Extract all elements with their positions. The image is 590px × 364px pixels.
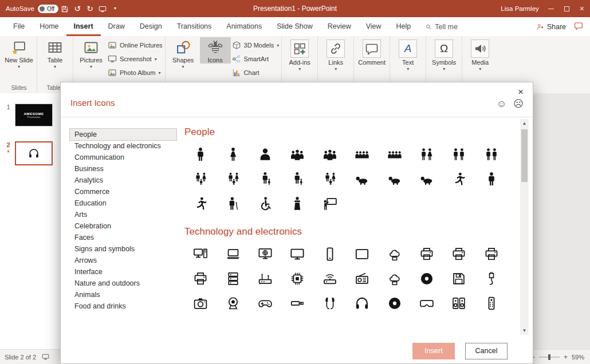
symbols-button[interactable]: Ω Symbols ▾ <box>428 37 459 71</box>
share-button[interactable]: Share <box>536 23 566 31</box>
photo-album-button[interactable]: Photo Album ▾ <box>108 68 163 77</box>
insert-button[interactable]: Insert <box>412 343 455 359</box>
slide-entry-1[interactable]: 1 AWESOME Presentation <box>0 104 60 126</box>
person-crouching-icon[interactable] <box>443 172 475 187</box>
family-icon[interactable] <box>217 172 249 187</box>
category-item[interactable]: Interface <box>70 266 176 278</box>
person-with-cane-icon[interactable] <box>217 196 249 211</box>
vinyl-record-icon[interactable] <box>378 296 410 311</box>
media-button[interactable]: Media ▾ <box>465 37 495 71</box>
headphones-icon[interactable] <box>346 296 378 311</box>
tablet-icon[interactable] <box>346 247 378 262</box>
add-ins-button[interactable]: Add-ins ▾ <box>284 37 315 71</box>
grandparents-icon[interactable] <box>314 172 346 187</box>
scroll-down-icon[interactable]: ▼ <box>522 328 527 333</box>
3d-models-button[interactable]: 3D Models ▾ <box>232 41 280 50</box>
smartphone-icon[interactable] <box>314 247 346 262</box>
pictures-button[interactable]: Pictures ▾ <box>76 37 107 69</box>
ribbon-tab[interactable]: Animations <box>219 17 269 36</box>
chart-button[interactable]: Chart <box>232 68 280 77</box>
category-item[interactable]: Signs and symbols <box>70 243 176 255</box>
category-item[interactable]: Celebration <box>70 220 176 232</box>
parent-baby-icon[interactable] <box>249 172 281 187</box>
screenshot-button[interactable]: Screenshot ▾ <box>108 54 163 64</box>
restore-button[interactable] <box>564 6 569 11</box>
window-close-button[interactable]: × <box>580 0 584 17</box>
remote-control-icon[interactable] <box>475 296 508 311</box>
smartart-button[interactable]: SmartArt <box>232 54 280 64</box>
speaker-podium-icon[interactable] <box>281 196 313 211</box>
scrollbar-thumb[interactable] <box>521 129 528 182</box>
zoom-slider[interactable] <box>539 357 560 358</box>
man-icon[interactable] <box>184 147 217 162</box>
customize-quick-access-button[interactable]: ▾ <box>109 0 121 17</box>
crowd-icon[interactable] <box>378 147 410 162</box>
parent-child-icon[interactable] <box>281 172 313 187</box>
category-item[interactable]: People <box>70 129 176 140</box>
category-item[interactable]: Arrows <box>70 255 176 266</box>
category-item[interactable]: Business <box>70 163 176 175</box>
audience-icon[interactable] <box>346 147 378 162</box>
new-slide-button[interactable]: New Slide ▾ <box>3 37 34 69</box>
group-icon[interactable] <box>281 147 313 162</box>
desktop-computer-icon[interactable] <box>184 247 217 262</box>
printer-icon[interactable] <box>411 247 443 262</box>
category-item[interactable]: Food and drinks <box>70 300 176 312</box>
shapes-button[interactable]: Shapes ▾ <box>168 37 199 69</box>
ribbon-tab[interactable]: Transitions <box>170 17 219 36</box>
family-children-icon[interactable] <box>184 172 217 187</box>
category-item[interactable]: Commerce <box>70 186 176 197</box>
wireless-router-icon[interactable] <box>314 271 346 286</box>
dialog-scrollbar[interactable]: ▲ ▼ <box>520 119 529 335</box>
undo-button[interactable]: ↺ <box>71 0 84 17</box>
ribbon-tab[interactable]: File <box>6 17 32 36</box>
copier-icon[interactable] <box>184 271 217 286</box>
usb-drive-icon[interactable] <box>281 296 313 311</box>
women-pair-icon[interactable] <box>443 147 475 162</box>
person-walking-icon[interactable] <box>475 172 508 187</box>
tell-me-box[interactable]: Tell me <box>418 17 465 36</box>
display-settings-icon[interactable] <box>42 353 49 361</box>
usb-cable-icon[interactable] <box>475 271 508 286</box>
save-button[interactable] <box>58 0 71 17</box>
category-item[interactable]: Education <box>70 197 176 209</box>
server-icon[interactable] <box>217 271 249 286</box>
table-button[interactable]: Table ▾ <box>40 37 70 69</box>
wheelchair-icon[interactable] <box>249 196 281 211</box>
ribbon-tab[interactable]: Review <box>320 17 359 36</box>
presenter-icon[interactable] <box>314 196 346 211</box>
ribbon-tab[interactable]: Insert <box>66 17 101 36</box>
feedback-frown-icon[interactable]: ☹ <box>513 99 524 109</box>
start-slideshow-button[interactable] <box>96 0 109 17</box>
vr-headset-icon[interactable] <box>411 296 443 311</box>
baby-icon[interactable] <box>346 172 378 187</box>
cd-icon[interactable] <box>411 271 443 286</box>
runner-icon[interactable] <box>184 196 217 211</box>
ribbon-tab[interactable]: Design <box>132 17 170 36</box>
category-item[interactable]: Animals <box>70 289 176 300</box>
ribbon-tab[interactable]: Home <box>32 17 66 36</box>
cloud-device-icon[interactable] <box>378 271 410 286</box>
men-pair-icon[interactable] <box>475 147 508 162</box>
text-button[interactable]: A Text ▾ <box>392 37 423 71</box>
slide-entry-2[interactable]: 2 * <box>0 141 60 165</box>
modem-icon[interactable] <box>249 271 281 286</box>
ribbon-tab[interactable]: Help <box>389 17 419 36</box>
icons-button[interactable]: Icons <box>200 37 231 64</box>
zoom-slider-thumb[interactable] <box>548 354 550 360</box>
speakers-icon[interactable] <box>443 296 475 311</box>
comments-pane-button[interactable] <box>574 21 583 32</box>
person-icon[interactable] <box>249 147 281 162</box>
couple-icon[interactable] <box>411 147 443 162</box>
dialog-close-button[interactable]: × <box>513 85 528 99</box>
slide-2-thumbnail[interactable] <box>15 141 53 165</box>
ribbon-tab[interactable]: Draw <box>101 17 132 36</box>
monitor-icon[interactable] <box>281 247 313 262</box>
earphones-icon[interactable] <box>314 296 346 311</box>
links-button[interactable]: Links ▾ <box>320 37 351 71</box>
category-item[interactable]: Faces <box>70 232 176 243</box>
category-item[interactable]: Analytics <box>70 175 176 186</box>
zoom-level[interactable]: 59% <box>572 354 584 361</box>
comment-button[interactable]: Comment <box>356 37 387 66</box>
internet-monitor-icon[interactable] <box>249 247 281 262</box>
